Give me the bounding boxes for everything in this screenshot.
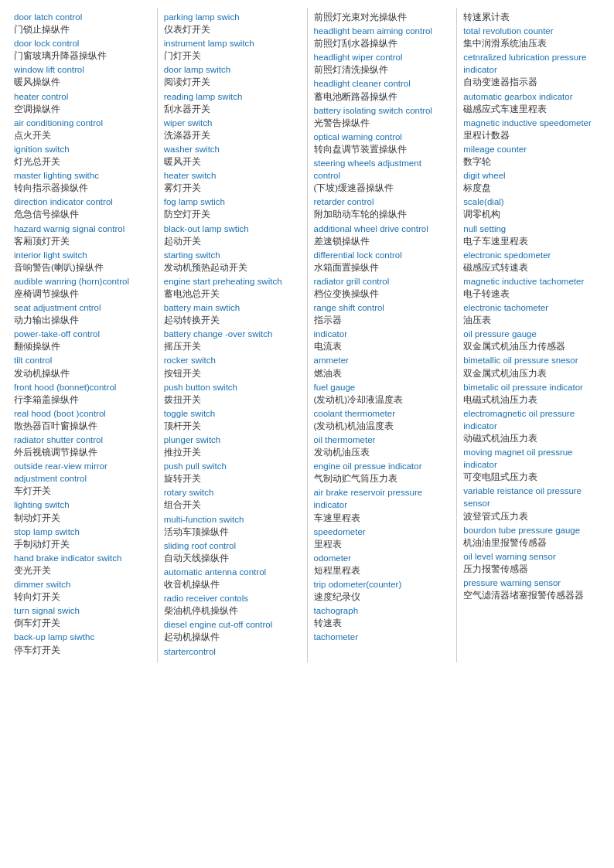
zh-text: 电子车速里程表 <box>463 235 600 247</box>
column-4: 转速累计表total revolution counter集中润滑系统油压表ce… <box>457 8 606 662</box>
en-text: automatic antenna control <box>164 566 301 578</box>
zh-text: 按钮开关 <box>164 367 301 380</box>
list-item: headlight wiper control前照灯清洗操纵件 <box>314 51 451 76</box>
zh-text: 仪表灯开关 <box>164 23 301 36</box>
zh-text: 转向灯开关 <box>14 591 151 603</box>
en-text: radiator shutter control <box>14 434 151 446</box>
list-item: outside rear-view mirror adjustment cont… <box>14 460 151 497</box>
zh-text: 刮水器开关 <box>164 103 301 115</box>
en-text: battery isolating switch control <box>314 104 451 117</box>
zh-text: 短程里程表 <box>314 564 451 577</box>
zh-text: 转速累计表 <box>463 11 600 23</box>
zh-text: 发动机油压表 <box>314 446 451 458</box>
en-text: electronic tachometer <box>463 301 600 314</box>
zh-text: 机油油里报警传感器 <box>463 536 600 549</box>
zh-text: 电流表 <box>314 340 451 352</box>
zh-text: 收音机操纵件 <box>164 578 301 591</box>
en-text: coolant thermometer <box>314 407 451 420</box>
list-item: optical warning control转向盘调节装置操纵件 <box>314 131 451 155</box>
list-item: 前照灯光束对光操纵件 <box>314 11 451 23</box>
en-text: wiper switch <box>164 117 301 129</box>
list-item: speedometer里程表 <box>314 526 451 550</box>
en-text: oil level warning sensor <box>463 550 600 563</box>
list-item: rocker switch按钮开关 <box>164 354 301 379</box>
column-1: door latch control门锁止操纵件door lock contro… <box>8 8 158 662</box>
list-item: door lock control门窗玻璃升降器操纵件 <box>14 37 151 62</box>
list-item: toggle switch顶杆开关 <box>164 407 301 432</box>
list-item: radiator shutter control外后视镜调节操纵件 <box>14 434 151 458</box>
zh-text: 散热器百叶窗操纵件 <box>14 420 151 432</box>
en-text: air conditioning control <box>14 117 151 129</box>
list-item: window lift control暖风操纵件 <box>14 63 151 88</box>
list-item: audible wanring (horn)control座椅调节操纵件 <box>14 275 151 300</box>
list-item: variable reistance oil pressure sensor波登… <box>463 485 600 522</box>
list-item: master lighting swithc转向指示器操纵件 <box>14 169 151 194</box>
en-text: multi-function switch <box>164 513 301 526</box>
zh-text: 转向盘调节装置操纵件 <box>314 143 451 155</box>
en-text: scale(dial) <box>463 196 600 208</box>
en-text: air brake reservoir pressure indicator <box>314 486 451 511</box>
zh-text: 磁感应式转速表 <box>463 261 600 274</box>
en-text: oil thermometer <box>314 434 451 446</box>
zh-text: 前照灯光束对光操纵件 <box>314 11 451 23</box>
zh-text: 手制动灯开关 <box>14 538 151 550</box>
en-text: parking lamp swich <box>164 11 301 23</box>
en-text: ignition switch <box>14 143 151 155</box>
zh-text: 拨扭开关 <box>164 393 301 406</box>
list-item: tilt control发动机操纵件 <box>14 354 151 379</box>
zh-text: 防空灯开关 <box>164 208 301 220</box>
list-item: oil thermometer发动机油压表 <box>314 434 451 458</box>
zh-text: 可变电阻式压力表 <box>463 471 600 483</box>
list-item: radiator grill control档位变换操纵件 <box>314 275 451 300</box>
en-text: battery change -over switch <box>164 328 301 340</box>
zh-text: 自动天线操纵件 <box>164 552 301 564</box>
zh-text: 光警告操纵件 <box>314 117 451 129</box>
list-item: bimetallic oil pressure snesor双金属式机油压力表 <box>463 354 600 379</box>
en-text: automatic gearbox indicator <box>463 90 600 103</box>
list-item: lighting switch制动灯开关 <box>14 499 151 523</box>
list-item: heater control空调操纵件 <box>14 90 151 115</box>
zh-text: 里程计数器 <box>463 129 600 141</box>
list-item: multi-function switch活动车顶操纵件 <box>164 513 301 538</box>
en-text: diesel engine cut-off control <box>164 618 301 631</box>
zh-text: 标度盘 <box>463 182 600 194</box>
list-item: trip odometer(counter)速度纪录仪 <box>314 578 451 603</box>
zh-text: 差速锁操纵件 <box>314 235 451 247</box>
list-item: tachograph转速表 <box>314 604 451 629</box>
en-text: engine oil pressue indicator <box>314 460 451 472</box>
zh-text: 座椅调节操纵件 <box>14 288 151 300</box>
zh-text: 空调操纵件 <box>14 103 151 115</box>
list-item: magnetic inductive speedometer里程计数器 <box>463 117 600 141</box>
list-item: scale(dial)调零机构 <box>463 196 600 220</box>
en-text: electronic spedometer <box>463 249 600 261</box>
zh-text: 点火开关 <box>14 129 151 141</box>
list-item: starting switch发动机预热起动开关 <box>164 249 301 274</box>
zh-text: 倒车灯开关 <box>14 617 151 629</box>
zh-text: 燃油表 <box>314 367 451 380</box>
zh-text: 水箱面置操纵件 <box>314 261 451 274</box>
zh-text: 起动转换开关 <box>164 314 301 326</box>
en-text: stop lamp switch <box>14 526 151 538</box>
list-item: differential lock control水箱面置操纵件 <box>314 249 451 274</box>
zh-text: 推拉开关 <box>164 446 301 458</box>
list-item: bimetalic oil pressure indicator电磁式机油压力表 <box>463 381 600 406</box>
list-item: heater switch雾灯开关 <box>164 169 301 194</box>
en-text: interior light switch <box>14 249 151 261</box>
list-item: push pull switch旋转开关 <box>164 460 301 485</box>
zh-text: (发动机)冷却液温度表 <box>314 393 451 406</box>
list-item: magnetic inductive tachometer电子转速表 <box>463 275 600 300</box>
en-text: door lock control <box>14 37 151 49</box>
en-text: tachograph <box>314 604 451 617</box>
zh-text: 停车灯开关 <box>14 644 151 656</box>
list-item: oil pressure gauge双金属式机油压力传感器 <box>463 328 600 352</box>
list-item: back-up lamp siwthc停车灯开关 <box>14 631 151 655</box>
en-text: power-take-off control <box>14 328 151 340</box>
en-text: tachometer <box>314 631 451 643</box>
column-2: parking lamp swich仪表灯开关instrument lamp s… <box>158 8 308 662</box>
list-item: additional wheel drive control差速锁操纵件 <box>314 223 451 247</box>
en-text: turn signal swich <box>14 604 151 617</box>
list-item: coolant thermometer(发动机)机油温度表 <box>314 407 451 432</box>
list-item: battery change -over switch摇压开关 <box>164 328 301 352</box>
zh-text: 门灯开关 <box>164 49 301 62</box>
list-item: ammeter燃油表 <box>314 354 451 379</box>
